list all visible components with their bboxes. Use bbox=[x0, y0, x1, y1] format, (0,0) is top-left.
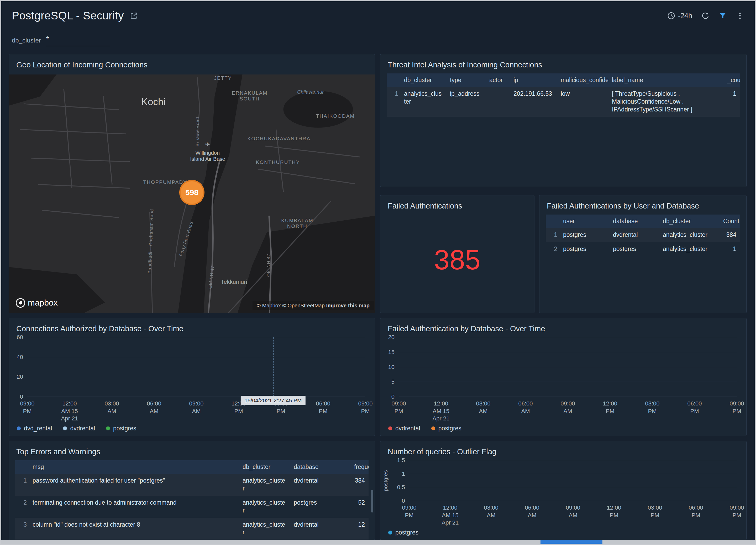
map-place-label: Old NH 47 bbox=[208, 266, 216, 289]
table-row[interactable]: 3column "id" does not exist at character… bbox=[15, 518, 369, 540]
column-header[interactable]: malicious_confidence bbox=[557, 73, 608, 87]
column-header[interactable]: database bbox=[290, 460, 350, 474]
legend-item[interactable]: dvdrental bbox=[388, 425, 420, 432]
improve-map-link[interactable]: Improve this map bbox=[326, 303, 370, 308]
map-place-label: Willingdon Island Air Base bbox=[190, 150, 225, 162]
threat-intel-table: db_clustertypeactoripmalicious_confidenc… bbox=[387, 73, 740, 117]
plot-area[interactable] bbox=[399, 337, 737, 397]
index-column-header bbox=[15, 460, 29, 474]
table-cell: dvdrental bbox=[290, 518, 350, 540]
x-tick-label: 06:00 AM bbox=[516, 400, 535, 415]
share-icon[interactable] bbox=[130, 12, 138, 20]
refresh-button[interactable] bbox=[701, 12, 710, 20]
legend-item[interactable]: postgres bbox=[388, 529, 418, 536]
map-place-label: Kochi bbox=[141, 97, 166, 108]
row-index: 1 bbox=[387, 87, 400, 117]
panel-title: Connections Authorized by Database - Ove… bbox=[9, 318, 375, 337]
horizontal-scrollbar-thumb[interactable] bbox=[540, 540, 602, 544]
plot-area[interactable] bbox=[409, 460, 737, 501]
x-tick-label: 06:00 PM bbox=[314, 400, 332, 415]
map-place-label: Tekkumuri bbox=[221, 278, 247, 285]
x-tick-label: 09:00 AM bbox=[559, 400, 577, 415]
x-tick-label: 03:00 AM bbox=[482, 504, 500, 519]
legend-label: postgres bbox=[438, 425, 461, 432]
mapbox-logo-text: mapbox bbox=[28, 298, 58, 307]
legend-dot bbox=[106, 426, 110, 430]
y-tick-label: 20 bbox=[388, 334, 395, 341]
legend-label: dvdrental bbox=[70, 425, 95, 432]
table-row[interactable]: 1postgresdvdrentalanalytics_cluster384 bbox=[546, 228, 740, 242]
column-header[interactable]: database bbox=[609, 215, 659, 228]
panel-title: Failed Authentications by User and Datab… bbox=[539, 196, 746, 215]
legend-item[interactable]: postgres bbox=[431, 425, 461, 432]
x-tick-label: 06:00 PM bbox=[687, 504, 705, 519]
column-header[interactable]: actor bbox=[486, 73, 510, 87]
table-cell: dvdrental bbox=[290, 474, 350, 496]
table-cell: 1 bbox=[720, 242, 740, 256]
x-axis: 09:00 PM12:00 AM 15 Apr 2103:00 AM06:00 … bbox=[409, 501, 737, 525]
index-column-header bbox=[387, 73, 400, 87]
kebab-menu-icon bbox=[736, 12, 744, 20]
column-header[interactable]: label_name bbox=[608, 73, 724, 87]
time-cursor-tooltip: 15/04/2021 2:27:45 PM bbox=[241, 396, 305, 405]
column-header[interactable]: db_cluster bbox=[239, 460, 290, 474]
y-tick-label: 1.5 bbox=[397, 457, 405, 464]
column-header[interactable]: db_cluster bbox=[400, 73, 446, 87]
table-scrollbar-thumb[interactable] bbox=[371, 490, 373, 512]
y-tick-label: 0 bbox=[402, 497, 405, 504]
failed-auth-over-time-chart: 05101520 09:00 PM12:00 AM 15 Apr 2103:00… bbox=[380, 337, 746, 436]
panel-failed-by-user-database: Failed Authentications by User and Datab… bbox=[539, 195, 747, 313]
mapbox-logo[interactable]: mapbox bbox=[16, 298, 58, 307]
column-header[interactable]: msg bbox=[29, 460, 239, 474]
table-row[interactable]: 2postgrespostgresanalytics_cluster1 bbox=[546, 242, 740, 256]
table-row[interactable]: 1password authentication failed for user… bbox=[15, 474, 369, 496]
column-header[interactable]: frequency bbox=[350, 460, 369, 474]
column-header[interactable]: user bbox=[559, 215, 609, 228]
attribution-text[interactable]: © Mapbox © OpenStreetMap bbox=[257, 303, 325, 308]
table-row[interactable]: 1analytics_clusterip_address202.191.66.5… bbox=[387, 87, 740, 117]
map-place-label: THOPPUMPADY bbox=[143, 180, 187, 185]
more-options-button[interactable] bbox=[736, 12, 744, 20]
filter-button[interactable] bbox=[718, 12, 727, 20]
map-place-label: Forty Feet Road bbox=[178, 221, 195, 257]
x-tick-label: 12:00 AM 15 Apr 21 bbox=[441, 504, 459, 527]
time-cursor-line bbox=[273, 337, 274, 397]
column-header[interactable]: type bbox=[446, 73, 486, 87]
time-range-control[interactable]: -24h bbox=[667, 12, 692, 20]
horizontal-scrollbar[interactable] bbox=[1, 540, 755, 544]
panel-geo-location: Geo Location of Incoming Connections bbox=[9, 54, 375, 313]
panel-failed-authentications: Failed Authentications 385 bbox=[380, 195, 534, 313]
outlier-flag-chart: postgres 00.511.5 09:00 PM12:00 AM 15 Ap… bbox=[380, 460, 746, 540]
column-header[interactable]: Count bbox=[720, 215, 740, 228]
y-tick-label: 10 bbox=[388, 364, 395, 370]
panel-title: Top Errors and Warnings bbox=[9, 441, 375, 460]
column-header[interactable]: _count bbox=[724, 73, 740, 87]
table-cell: analytics_cluster bbox=[659, 242, 720, 256]
failed-authentications-count: 385 bbox=[380, 215, 534, 313]
column-header[interactable]: db_cluster bbox=[659, 215, 720, 228]
x-tick-label: 09:00 PM bbox=[728, 504, 746, 519]
legend-dot bbox=[388, 531, 392, 535]
legend-item[interactable]: dvd_rental bbox=[17, 425, 52, 432]
map-canvas[interactable]: JETTYKochiERNAKULAM SOUTHChilavannurTHAI… bbox=[9, 75, 375, 313]
failed-by-user-table: userdatabasedb_clusterCount1postgresdvdr… bbox=[546, 215, 740, 256]
legend-item[interactable]: dvdrental bbox=[63, 425, 95, 432]
table-cell: 52 bbox=[350, 496, 369, 518]
y-tick-label: 60 bbox=[17, 334, 23, 341]
time-range-label: -24h bbox=[678, 12, 692, 20]
legend-label: dvdrental bbox=[395, 425, 420, 432]
legend-dot bbox=[388, 426, 392, 430]
column-header[interactable]: ip bbox=[510, 73, 557, 87]
map-cluster-marker[interactable]: 598 bbox=[179, 180, 204, 205]
y-tick-label: 15 bbox=[388, 349, 395, 356]
table-cell: 384 bbox=[350, 474, 369, 496]
db-cluster-filter-input[interactable]: * bbox=[46, 35, 110, 46]
table-row[interactable]: 2terminating connection due to administr… bbox=[15, 496, 369, 518]
legend-item[interactable]: postgres bbox=[106, 425, 136, 432]
y-tick-label: 20 bbox=[17, 373, 23, 380]
panel-title: Failed Authentication by Database - Over… bbox=[380, 318, 746, 337]
chart-legend: postgres bbox=[380, 525, 746, 540]
map-place-label: Chilavannur bbox=[297, 89, 324, 95]
gridline bbox=[409, 487, 737, 487]
plot-area[interactable] bbox=[27, 337, 365, 397]
